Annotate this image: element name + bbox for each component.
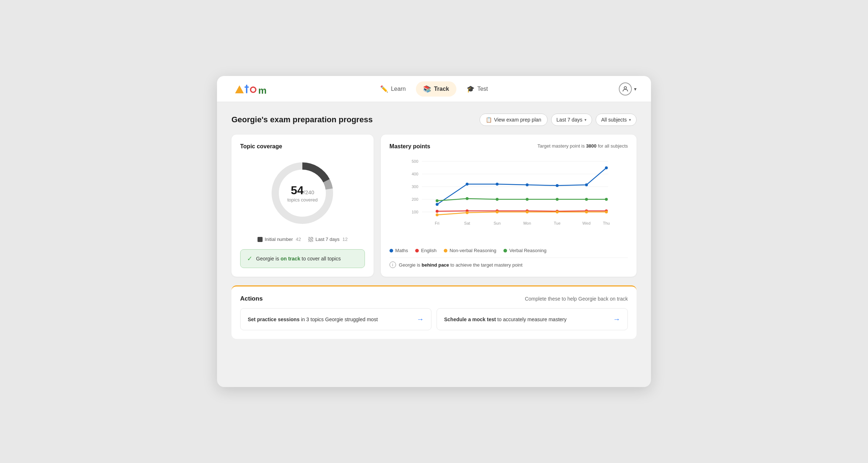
mastery-card: Mastery points Target mastery point is 3… — [381, 135, 637, 277]
mastery-header: Mastery points Target mastery point is 3… — [390, 143, 628, 150]
legend-last7-count: 12 — [342, 237, 348, 242]
action-practice-text: Set practice sessions in 3 topics Georgi… — [248, 317, 378, 322]
maths-dot — [390, 249, 393, 252]
svg-point-33 — [605, 166, 608, 169]
svg-text:400: 400 — [412, 172, 418, 176]
svg-point-51 — [526, 198, 528, 201]
nav-learn-label: Learn — [391, 86, 406, 92]
svg-text:Mon: Mon — [523, 221, 531, 225]
svg-point-30 — [526, 183, 528, 186]
actions-header: Actions Complete these to help Georgie b… — [240, 295, 628, 302]
avatar — [619, 82, 632, 95]
svg-text:Tue: Tue — [554, 221, 561, 225]
date-filter[interactable]: Last 7 days ▾ — [551, 114, 592, 126]
chart-legend: Maths English Non-verbal Reasoning Verba… — [390, 248, 628, 253]
date-filter-label: Last 7 days — [557, 117, 583, 123]
actions-cards: Set practice sessions in 3 topics Georgi… — [240, 308, 628, 330]
test-icon: 🎓 — [467, 85, 475, 93]
user-menu[interactable]: ▾ — [619, 82, 637, 95]
svg-point-50 — [495, 198, 498, 201]
cards-row: Topic coverage 54/24 — [231, 135, 637, 277]
svg-point-32 — [585, 183, 588, 186]
nav-test-label: Test — [477, 86, 488, 92]
main-content: Georgie's exam preparation progress 📋 Vi… — [217, 102, 651, 387]
svg-point-4 — [251, 88, 255, 92]
behind-pace-banner: i Georgie is behind pace to achieve the … — [390, 258, 628, 268]
nav-test[interactable]: 🎓 Test — [459, 81, 495, 97]
view-plan-button[interactable]: 📋 View exam prep plan — [480, 114, 547, 126]
svg-point-31 — [556, 184, 558, 187]
subject-filter-chevron: ▾ — [629, 118, 631, 122]
view-plan-label: View exam prep plan — [494, 117, 541, 123]
svg-text:m: m — [258, 85, 267, 96]
legend-maths: Maths — [390, 248, 408, 253]
action-mock-test[interactable]: Schedule a mock test to accurately measu… — [437, 308, 628, 330]
legend-initial: Initial number 42 — [258, 237, 301, 242]
actions-section: Actions Complete these to help Georgie b… — [231, 285, 637, 339]
svg-point-43 — [495, 211, 498, 213]
legend-last7-box — [308, 237, 313, 242]
legend-last7: Last 7 days 12 — [308, 237, 348, 242]
svg-point-49 — [465, 197, 468, 200]
svg-text:100: 100 — [412, 210, 418, 214]
nvr-label: Non-verbal Reasoning — [450, 248, 496, 253]
svg-text:Sun: Sun — [494, 221, 501, 225]
legend-initial-box — [258, 237, 263, 242]
svg-text:Thu: Thu — [603, 221, 610, 225]
topic-coverage-card: Topic coverage 54/24 — [231, 135, 374, 277]
chart-area: 500 400 300 200 100 Fri Sat Sun Mon Tue … — [390, 154, 628, 243]
on-track-banner: ✓ Georgie is on track to cover all topic… — [240, 249, 365, 268]
nav-track[interactable]: 📚 Track — [416, 81, 456, 97]
action-practice-sessions[interactable]: Set practice sessions in 3 topics Georgi… — [240, 308, 431, 330]
topic-coverage-title: Topic coverage — [240, 143, 365, 150]
learn-icon: ✏️ — [380, 85, 388, 93]
page-header: Georgie's exam preparation progress 📋 Vi… — [231, 114, 637, 126]
svg-rect-1 — [246, 85, 247, 93]
vr-label: Verbal Reasoning — [509, 248, 546, 253]
calendar-icon: 📋 — [486, 117, 492, 123]
actions-subtitle: Complete these to help Georgie back on t… — [525, 296, 628, 302]
legend-english: English — [415, 248, 437, 253]
practice-arrow-icon: → — [417, 315, 424, 323]
svg-point-41 — [435, 213, 438, 216]
maths-label: Maths — [395, 248, 408, 253]
mock-arrow-icon: → — [613, 315, 620, 323]
user-menu-chevron: ▾ — [634, 86, 637, 92]
donut-label: topics covered — [288, 197, 318, 203]
donut-wrapper: 54/240 topics covered Initial number 42 — [240, 157, 365, 268]
nav-learn[interactable]: ✏️ Learn — [373, 81, 413, 97]
action-mock-text: Schedule a mock test to accurately measu… — [444, 317, 566, 322]
svg-point-28 — [465, 183, 468, 186]
svg-point-6 — [624, 86, 627, 89]
svg-point-29 — [495, 183, 498, 186]
svg-point-53 — [585, 198, 588, 201]
svg-point-46 — [585, 211, 588, 213]
svg-point-44 — [526, 211, 528, 213]
track-icon: 📚 — [423, 85, 431, 93]
check-icon: ✓ — [247, 255, 252, 263]
svg-text:Sat: Sat — [464, 221, 470, 225]
info-icon: i — [390, 262, 396, 268]
english-label: English — [421, 248, 437, 253]
header: m ✏️ Learn 📚 Track 🎓 Test — [217, 76, 651, 102]
svg-text:300: 300 — [412, 184, 418, 189]
behind-text: Georgie is behind pace to achieve the ta… — [399, 262, 523, 268]
donut-number: 54/240 — [288, 184, 318, 197]
svg-point-48 — [435, 199, 438, 202]
svg-rect-2 — [244, 86, 249, 88]
svg-point-42 — [465, 211, 468, 214]
donut-center: 54/240 topics covered — [288, 184, 318, 203]
date-filter-chevron: ▾ — [584, 118, 587, 122]
subject-filter-label: All subjects — [601, 117, 627, 123]
svg-text:200: 200 — [412, 197, 418, 201]
svg-point-45 — [556, 211, 558, 213]
svg-text:Wed: Wed — [582, 221, 590, 225]
subject-filter[interactable]: All subjects ▾ — [596, 114, 637, 126]
nav-track-label: Track — [434, 86, 449, 92]
legend-initial-count: 42 — [296, 237, 301, 242]
mastery-title: Mastery points — [390, 143, 430, 150]
svg-point-52 — [556, 198, 558, 201]
legend-vr: Verbal Reasoning — [503, 248, 546, 253]
svg-point-27 — [435, 203, 438, 206]
svg-point-54 — [605, 198, 608, 201]
